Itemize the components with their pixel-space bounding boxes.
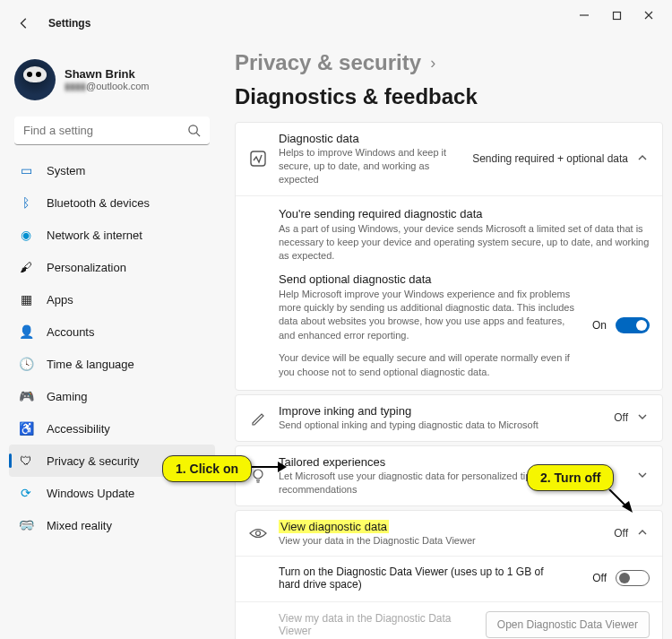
view-diag-card: View diagnostic data View your data in t…: [235, 510, 663, 639]
diag-status-text: Sending required + optional data: [472, 152, 628, 165]
sidebar-item-apps[interactable]: ▦Apps: [9, 283, 215, 315]
maximize-button[interactable]: [600, 3, 633, 28]
sidebar-item-time[interactable]: 🕓Time & language: [9, 348, 215, 380]
profile-name: Shawn Brink: [65, 67, 149, 81]
required-diag-desc: As a part of using Windows, your device …: [279, 222, 650, 263]
eye-icon: [248, 523, 268, 543]
optional-diag-desc2: Your device will be equally secure and w…: [279, 351, 574, 379]
update-icon: ⟳: [18, 485, 34, 501]
chevron-down-icon: [637, 470, 650, 482]
inking-header[interactable]: Improve inking and typing Send optional …: [236, 395, 662, 441]
sidebar-item-label: Gaming: [47, 390, 88, 403]
svg-line-3: [196, 133, 200, 136]
callout-1: 1. Click on: [162, 455, 252, 482]
search-input[interactable]: [14, 117, 210, 145]
sidebar-item-label: Privacy & security: [47, 454, 139, 468]
sidebar-item-label: Time & language: [47, 358, 134, 371]
sidebar: Shawn Brink ▮▮▮▮@outlook.com ▭System ᛒBl…: [0, 30, 220, 639]
sidebar-item-label: Mixed reality: [47, 519, 112, 532]
profile-email: ▮▮▮▮@outlook.com: [65, 81, 149, 92]
chevron-up-icon: [637, 527, 650, 540]
person-icon: 👤: [18, 324, 34, 340]
sidebar-item-label: Apps: [47, 293, 73, 307]
sidebar-item-accounts[interactable]: 👤Accounts: [9, 315, 215, 348]
sidebar-item-label: Accessibility: [47, 422, 110, 436]
chevron-up-icon: [637, 152, 650, 165]
sidebar-item-system[interactable]: ▭System: [9, 154, 215, 186]
sidebar-item-label: Accounts: [47, 325, 94, 339]
back-button[interactable]: [16, 15, 32, 31]
main-content: Privacy & security › Diagnostics & feedb…: [220, 30, 672, 639]
sidebar-item-bluetooth[interactable]: ᛒBluetooth & devices: [9, 186, 215, 219]
sidebar-item-label: Bluetooth & devices: [47, 196, 150, 210]
clock-icon: 🕓: [18, 356, 34, 372]
accessibility-icon: ♿: [18, 420, 34, 436]
brush-icon: 🖌: [18, 259, 34, 275]
view-diag-state: Off: [614, 527, 628, 540]
optional-diag-title: Send optional diagnostic data: [279, 272, 574, 286]
wifi-icon: ◉: [18, 227, 34, 243]
viewer-toggle[interactable]: [616, 570, 650, 586]
svg-marker-10: [278, 462, 287, 472]
card-title: Improve inking and typing: [279, 404, 603, 418]
sidebar-item-gaming[interactable]: 🎮Gaming: [9, 380, 215, 412]
callout-2: 2. Turn off: [527, 464, 614, 491]
optional-diag-desc: Help Microsoft improve your Windows expe…: [279, 288, 574, 343]
chevron-right-icon: ›: [430, 54, 435, 73]
viewer-link: View my data in the Diagnostic Data View…: [279, 612, 471, 637]
svg-rect-1: [613, 12, 620, 19]
chevron-down-icon: [637, 411, 650, 424]
sidebar-item-label: Personalization: [47, 261, 126, 274]
diagnostic-data-header[interactable]: Diagnostic data Helps to improve Windows…: [236, 123, 662, 195]
sidebar-item-label: System: [47, 164, 85, 177]
minimize-button[interactable]: [568, 3, 600, 28]
breadcrumb: Privacy & security › Diagnostics & feedb…: [235, 50, 663, 109]
optional-diag-state: On: [592, 319, 607, 332]
breadcrumb-parent[interactable]: Privacy & security: [235, 50, 421, 75]
viewer-open-row: View my data in the Diagnostic Data View…: [236, 601, 662, 639]
shield-icon: 🛡: [18, 453, 34, 469]
card-subtitle: Helps to improve Windows and keep it sec…: [279, 146, 461, 186]
required-diag-title: You're sending required diagnostic data: [279, 207, 650, 220]
view-diag-subtitle: View your data in the Diagnostic Data Vi…: [279, 534, 603, 548]
svg-point-8: [256, 531, 261, 536]
card-title: Diagnostic data: [279, 132, 461, 145]
sidebar-item-accessibility[interactable]: ♿Accessibility: [9, 412, 215, 445]
search-icon: [187, 124, 201, 137]
sidebar-item-label: Network & internet: [47, 229, 142, 242]
nav: ▭System ᛒBluetooth & devices ◉Network & …: [9, 154, 215, 541]
open-diagnostic-viewer-button[interactable]: Open Diagnostic Data Viewer: [486, 611, 650, 638]
page-title: Diagnostics & feedback: [235, 84, 478, 109]
avatar: [14, 59, 56, 100]
optional-diag-toggle[interactable]: [616, 317, 650, 333]
window-title: Settings: [48, 17, 90, 30]
viewer-title: Turn on the Diagnostic Data Viewer (uses…: [279, 566, 565, 591]
inking-card: Improve inking and typing Send optional …: [235, 394, 663, 442]
sidebar-item-mixed-reality[interactable]: 🥽Mixed reality: [9, 509, 215, 541]
close-button[interactable]: [633, 3, 665, 28]
inking-state: Off: [614, 411, 628, 424]
callout-2-arrow: [600, 489, 636, 516]
sidebar-item-network[interactable]: ◉Network & internet: [9, 219, 215, 251]
pen-icon: [248, 408, 268, 427]
headset-icon: 🥽: [18, 517, 34, 533]
card-subtitle: Send optional inking and typing diagnost…: [279, 419, 603, 432]
sidebar-item-personalization[interactable]: 🖌Personalization: [9, 251, 215, 283]
bluetooth-icon: ᛒ: [18, 194, 34, 211]
svg-rect-4: [251, 151, 265, 166]
viewer-toggle-row: Turn on the Diagnostic Data Viewer (uses…: [236, 556, 662, 601]
viewer-state: Off: [592, 572, 607, 584]
callout-1-arrow: [251, 459, 287, 475]
search-container: [14, 117, 210, 145]
gamepad-icon: 🎮: [18, 388, 34, 404]
view-diag-header[interactable]: View diagnostic data View your data in t…: [236, 511, 662, 557]
apps-icon: ▦: [18, 291, 34, 307]
profile-block[interactable]: Shawn Brink ▮▮▮▮@outlook.com: [9, 48, 215, 113]
sidebar-item-label: Windows Update: [47, 487, 134, 500]
diagnostic-data-card: Diagnostic data Helps to improve Windows…: [235, 122, 663, 391]
svg-point-2: [189, 125, 197, 134]
monitor-icon: ▭: [18, 162, 34, 178]
diagnostic-icon: [248, 149, 268, 168]
view-diag-title: View diagnostic data: [279, 520, 389, 533]
